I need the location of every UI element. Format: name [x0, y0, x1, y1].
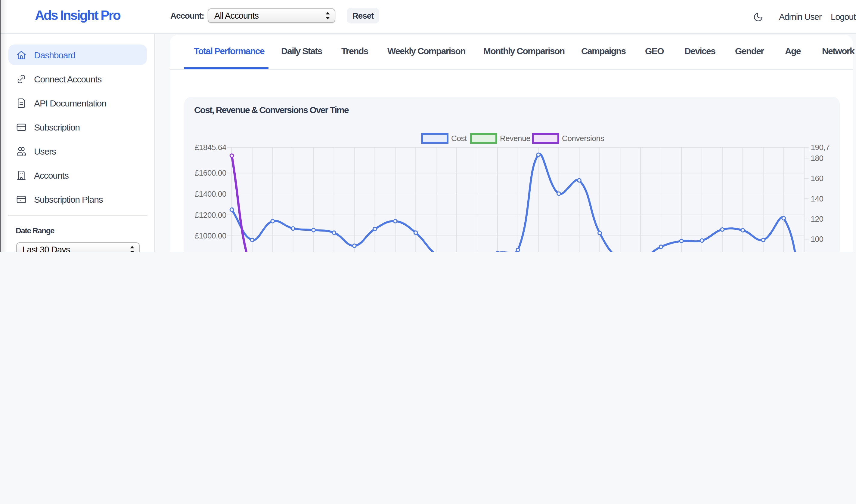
- svg-text:£1845.64: £1845.64: [195, 143, 226, 152]
- svg-text:£1000.00: £1000.00: [195, 231, 226, 240]
- svg-text:120: 120: [811, 214, 823, 223]
- svg-text:100: 100: [811, 235, 823, 244]
- svg-text:160: 160: [811, 174, 823, 183]
- svg-text:£1600.00: £1600.00: [195, 168, 226, 177]
- svg-text:Cost: Cost: [451, 134, 467, 143]
- svg-text:£1400.00: £1400.00: [195, 190, 226, 198]
- svg-text:£1200.00: £1200.00: [195, 211, 226, 219]
- svg-text:180: 180: [811, 154, 823, 163]
- svg-text:140: 140: [811, 194, 823, 203]
- svg-text:190,7: 190,7: [811, 143, 830, 152]
- svg-text:Revenue: Revenue: [500, 134, 530, 143]
- svg-text:Conversions: Conversions: [562, 134, 605, 143]
